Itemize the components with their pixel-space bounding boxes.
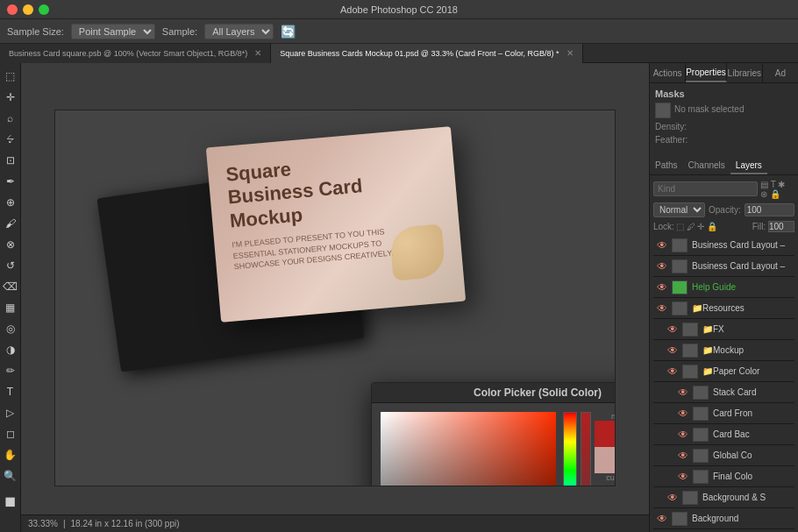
tool-eraser[interactable]: ⌫ — [1, 277, 20, 296]
properties-panel-content: Masks No mask selected Density: Feather: — [650, 83, 798, 158]
tool-blur[interactable]: ◎ — [1, 319, 20, 338]
layer-row[interactable]: 👁 📁FX — [653, 319, 794, 340]
tool-zoom[interactable]: 🔍 — [1, 466, 20, 486]
tool-selection[interactable]: ⬚ — [1, 67, 20, 86]
layer-row[interactable]: 👁 Background — [653, 508, 794, 529]
tool-clone[interactable]: ⊗ — [1, 235, 20, 254]
layer-row[interactable]: 👁 Card Fron — [653, 403, 794, 424]
color-gradient-picker[interactable] — [381, 412, 556, 486]
eye-icon[interactable]: 👁 — [678, 450, 688, 462]
tool-path-selection[interactable]: ▷ — [1, 403, 20, 422]
maximize-button[interactable] — [39, 4, 49, 15]
layer-row[interactable]: 👁 Business Card Layout – — [653, 256, 794, 277]
tool-healing[interactable]: ⊕ — [1, 193, 20, 212]
eye-icon[interactable]: 👁 — [657, 239, 667, 252]
layer-row[interactable]: 👁 📁Mockup — [653, 340, 794, 361]
tab-square-business-cards[interactable]: Square Business Cards Mockup 01.psd @ 33… — [271, 44, 582, 63]
layer-thumbnail — [672, 301, 688, 316]
eye-icon[interactable]: 👁 — [678, 408, 688, 420]
tool-brush[interactable]: 🖌 — [1, 214, 20, 233]
tab-properties[interactable]: Properties — [686, 63, 727, 82]
eye-icon[interactable]: 👁 — [657, 281, 667, 294]
layer-name: 📁FX — [702, 324, 791, 334]
feather-field: Feather: — [655, 135, 793, 145]
tab-business-card-square[interactable]: Business Card square.psb @ 100% (Vector … — [0, 44, 271, 63]
canvas-background: SquareBusiness CardMockup I'M PLEASED TO… — [21, 63, 649, 532]
eye-icon[interactable]: 👁 — [678, 387, 688, 399]
sample-size-label: Sample Size: — [7, 26, 64, 37]
masks-label: Masks — [655, 89, 793, 99]
layer-name: Card Bac — [713, 429, 791, 439]
opacity-input[interactable] — [745, 203, 794, 216]
tool-shape[interactable]: ◻ — [1, 424, 20, 443]
saturation-value-picker[interactable] — [381, 412, 556, 486]
tool-text[interactable]: T — [1, 382, 20, 401]
tool-crop[interactable]: ⊡ — [1, 151, 20, 170]
layer-name: Stack Card — [713, 387, 791, 397]
new-color-swatch[interactable] — [595, 421, 616, 447]
layer-row[interactable]: 👁 Background & S — [653, 487, 794, 508]
tool-move[interactable]: ✛ — [1, 88, 20, 107]
eye-icon[interactable]: 👁 — [667, 492, 678, 504]
tab-ad[interactable]: Ad — [763, 63, 798, 82]
tool-hand[interactable]: ✋ — [1, 445, 20, 465]
tool-lasso[interactable]: ⌕ — [1, 109, 20, 128]
refresh-icon[interactable]: 🔄 — [281, 25, 296, 39]
color-picker-title: Color Picker (Solid Color) — [372, 383, 616, 403]
eye-icon[interactable]: 👁 — [667, 344, 678, 357]
layer-row[interactable]: 👁 📁Resources — [653, 298, 794, 319]
tab-close-icon[interactable]: ✕ — [566, 48, 574, 58]
layers-blend-controls: Normal Opacity: — [653, 202, 794, 217]
hue-strip[interactable] — [563, 412, 577, 486]
tab-close-icon[interactable]: ✕ — [254, 48, 261, 58]
layer-row[interactable]: 👁 Final Colo — [653, 466, 794, 487]
card-mockup: SquareBusiness CardMockup I'M PLEASED TO… — [213, 137, 459, 312]
layer-row[interactable]: 👁 Card Bac — [653, 424, 794, 445]
layer-thumbnail — [672, 280, 688, 294]
layer-thumbnail — [693, 470, 709, 484]
tab-layers[interactable]: Layers — [730, 158, 767, 174]
layer-thumbnail — [682, 365, 698, 379]
layer-row[interactable]: 👁 Global Co — [653, 445, 794, 466]
no-mask-label: No mask selected — [674, 104, 744, 114]
fill-input[interactable] — [768, 221, 794, 232]
alpha-strip[interactable] — [581, 412, 591, 486]
tab-channels[interactable]: Channels — [683, 158, 730, 174]
sample-size-select[interactable]: Point Sample — [71, 24, 155, 39]
tool-magic-wand[interactable]: ⭍ — [1, 130, 20, 149]
layer-row[interactable]: 👁 📁Paper Color — [653, 361, 794, 382]
eye-icon[interactable]: 👁 — [667, 323, 678, 336]
right-panel: Actions Properties Libraries Ad Masks No… — [649, 63, 798, 532]
eye-icon[interactable]: 👁 — [657, 260, 667, 273]
color-picker-dialog: Color Picker (Solid Color) — [371, 382, 616, 486]
layer-row[interactable]: 👁 Stack Card — [653, 382, 794, 403]
masks-section: Masks No mask selected Density: Feather: — [655, 89, 793, 145]
layer-thumbnail — [693, 428, 709, 442]
layers-kind-search[interactable] — [653, 181, 758, 196]
layer-thumbnail — [693, 407, 709, 421]
tab-actions[interactable]: Actions — [650, 63, 686, 82]
tool-dodge[interactable]: ◑ — [1, 340, 20, 359]
tab-paths[interactable]: Paths — [650, 158, 683, 174]
minimize-button[interactable] — [23, 4, 33, 15]
tool-eyedropper[interactable]: ✒ — [1, 172, 20, 191]
layer-row[interactable]: 👁 Business Card Layout – — [653, 235, 794, 256]
tab-libraries[interactable]: Libraries — [727, 63, 763, 82]
close-button[interactable] — [7, 4, 18, 15]
layer-name: Final Colo — [713, 472, 791, 481]
fg-bg-colors[interactable]: ◼ — [1, 491, 20, 510]
eye-icon[interactable]: 👁 — [678, 429, 688, 441]
layer-row[interactable]: 👁 Help Guide — [653, 277, 794, 298]
eye-icon[interactable]: 👁 — [667, 365, 678, 378]
zoom-level: 33.33% — [28, 519, 58, 528]
blend-mode-select[interactable]: Normal — [653, 202, 705, 217]
eye-icon[interactable]: 👁 — [657, 513, 667, 525]
layer-name: Business Card Layout – — [692, 261, 791, 271]
eye-icon[interactable]: 👁 — [678, 471, 688, 483]
tool-pen[interactable]: ✏ — [1, 361, 20, 380]
opacity-label: Opacity: — [709, 205, 741, 215]
tool-gradient[interactable]: ▦ — [1, 298, 20, 317]
eye-icon[interactable]: 👁 — [657, 302, 667, 315]
tool-history-brush[interactable]: ↺ — [1, 256, 20, 275]
sample-select[interactable]: All Layers — [204, 24, 274, 39]
